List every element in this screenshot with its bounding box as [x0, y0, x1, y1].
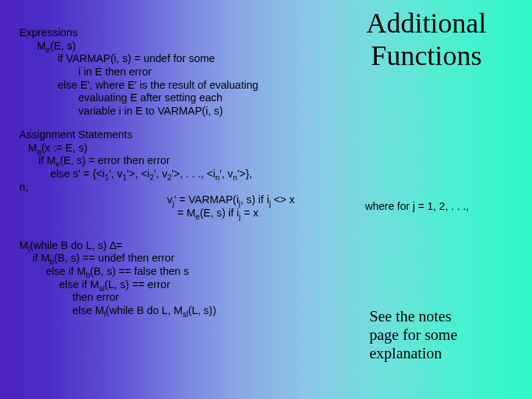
asg-l3: vj' = VARMAP(ij, s) if ij <> x — [19, 194, 344, 207]
exp-l5: variable i in E to VARMAP(i, s) — [19, 105, 344, 118]
expressions-block: Expressions Me(E, s) if VARMAP(i, s) = u… — [19, 27, 344, 118]
exp-me: Me(E, s) — [19, 40, 344, 53]
assignment-block: Assignment Statements Ma(x := E, s) if M… — [19, 129, 344, 220]
exp-l1: if VARMAP(i, s) = undef for some — [19, 52, 344, 66]
whi-l6: else Ml(while B do L, Msl(L, s)) — [19, 304, 344, 318]
note-line-2: page for some — [369, 326, 457, 344]
asg-l1: if Me(E, s) = error then error — [19, 154, 344, 168]
slide-title: Additional Functions — [341, 7, 511, 72]
notes-reference: See the notes page for some explanation — [369, 307, 495, 364]
body-text: Expressions Me(E, s) if VARMAP(i, s) = u… — [19, 27, 344, 328]
asg-l2: else s' = {<i1', v1'>, <i2', v2'>, . . .… — [19, 168, 344, 181]
whi-l2: if Mb(B, s) == undef then error — [19, 252, 344, 265]
exp-l3: else E', where E' is the result of evalu… — [19, 79, 344, 92]
asg-ma: Ma(x := E, s) — [19, 142, 344, 155]
exp-l4: evaluating E after setting each — [19, 92, 344, 105]
exp-heading: Expressions — [19, 27, 344, 40]
slide: Additional Functions Expressions Me(E, s… — [0, 0, 532, 399]
where-for-text: where for j = 1, 2, . . ., — [365, 200, 469, 212]
note-line-1: See the notes — [369, 307, 451, 325]
while-block: Ml(while B do L, s) ∆= if Mb(B, s) == un… — [19, 239, 344, 318]
whi-l3: else if Mb(B, s) == false then s — [19, 265, 344, 279]
exp-l2: i in E then error — [19, 66, 344, 79]
note-line-3: explanation — [369, 344, 442, 362]
title-line-1: Additional — [366, 7, 487, 38]
whi-l4: else if Msl(L, s) == error — [19, 279, 344, 292]
title-line-2: Functions — [371, 40, 482, 71]
asg-heading: Assignment Statements — [19, 129, 344, 142]
whi-l5: then error — [19, 291, 344, 304]
asg-n: n, — [19, 181, 344, 194]
asg-l4: = Me(E, s) if ij = x — [19, 207, 344, 220]
whi-l1: Ml(while B do L, s) ∆= — [19, 239, 344, 253]
